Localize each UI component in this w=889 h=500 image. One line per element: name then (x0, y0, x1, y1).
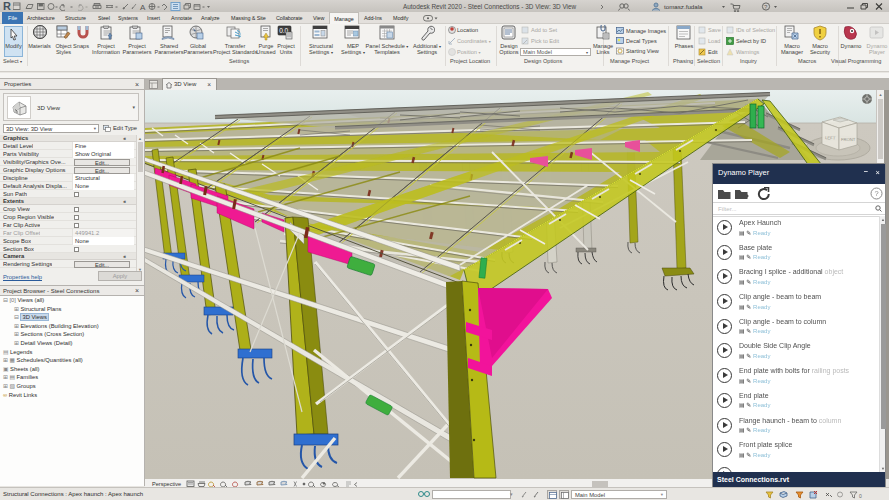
svg-text:A: A (140, 3, 146, 12)
svg-text:LEFT: LEFT (825, 135, 836, 141)
svg-text:?: ? (764, 4, 768, 10)
svg-text:?: ? (875, 189, 879, 198)
svg-text:0: 0 (859, 493, 862, 499)
svg-text:FRONT: FRONT (841, 137, 856, 142)
